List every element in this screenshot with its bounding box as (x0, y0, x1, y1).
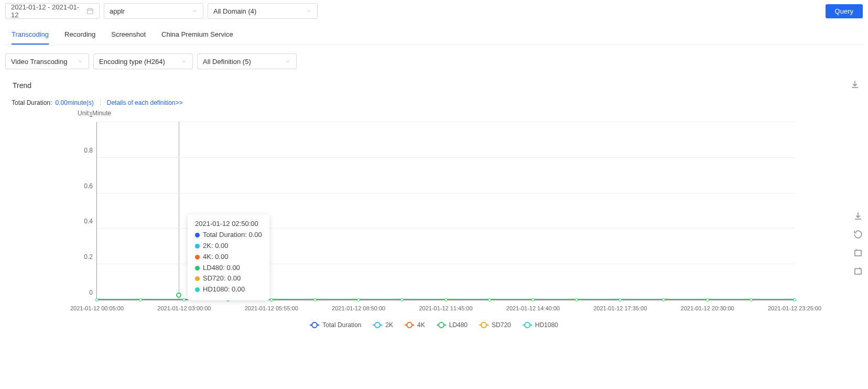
calendar-icon (86, 7, 94, 15)
tooltip-item-label: 2K: 0.00 (203, 241, 228, 252)
series-point (488, 298, 491, 301)
x-tick-label: 2021-01-12 03:00:00 (157, 305, 211, 311)
details-link[interactable]: Details of each definition>> (107, 99, 183, 106)
gridline (97, 157, 795, 158)
tab-transcoding[interactable]: Transcoding (12, 25, 49, 45)
total-duration-label: Total Duration: (12, 99, 52, 106)
tooltip-item: Total Duration: 0.00 (195, 230, 262, 241)
tooltip-item-label: HD1080: 0.00 (203, 284, 245, 295)
series-point (662, 298, 665, 301)
y-tick-label: 1 (75, 111, 93, 118)
gridline (97, 122, 795, 122)
tooltip-item: 2K: 0.00 (195, 241, 262, 252)
tooltip-item: LD480: 0.00 (195, 263, 262, 274)
tooltip-time: 2021-01-12 02:50:00 (195, 220, 262, 228)
divider (100, 99, 101, 106)
legend-marker-icon (310, 323, 319, 327)
series-point (400, 298, 404, 301)
rect-1-icon[interactable] (853, 248, 863, 259)
chevron-down-icon (77, 58, 83, 64)
x-tick-label: 2021-01-12 17:35:00 (593, 305, 647, 311)
chart-tooltip: 2021-01-12 02:50:00 Total Duration: 0.00… (188, 214, 269, 300)
date-range-picker[interactable]: 2021-01-12 - 2021-01-12 (5, 3, 100, 19)
color-dot-icon (195, 276, 200, 281)
series-point (575, 298, 578, 301)
chevron-down-icon (191, 8, 198, 14)
refresh-icon[interactable] (853, 230, 863, 241)
legend-marker-icon (479, 323, 489, 327)
total-duration-value: 0.00minute(s) (55, 99, 93, 106)
chart-toolbar (853, 211, 863, 277)
legend-marker-icon (523, 323, 532, 327)
encoding-type-value: Encoding type (H264) (99, 58, 165, 66)
svg-rect-0 (88, 9, 93, 14)
legend-item[interactable]: 2K (373, 321, 393, 329)
chevron-down-icon (285, 58, 291, 64)
domain-select-value: All Domain (4) (213, 7, 256, 15)
color-dot-icon (195, 233, 200, 237)
series-point (95, 298, 99, 301)
svg-rect-8 (855, 269, 861, 275)
legend-label: 4K (417, 321, 425, 329)
legend-label: SD720 (492, 321, 511, 329)
chevron-down-icon (181, 58, 187, 64)
chart-area[interactable]: 2021-01-12 02:50:00 Total Duration: 0.00… (73, 112, 795, 311)
gridline (97, 193, 795, 193)
legend-item[interactable]: Total Duration (310, 321, 361, 329)
series-point (357, 298, 360, 301)
trend-title: Trend (8, 81, 31, 90)
chart-legend: Total Duration2K4KLD480SD720HD1080 (5, 321, 863, 329)
tooltip-item-label: LD480: 0.00 (203, 263, 240, 274)
series-point (750, 298, 753, 301)
series-point (619, 298, 622, 301)
tooltip-item: 4K: 0.00 (195, 252, 262, 263)
legend-item[interactable]: SD720 (479, 321, 511, 329)
chart-cursor-line (179, 122, 179, 300)
tooltip-item: SD720: 0.00 (195, 273, 262, 284)
tab-screenshot[interactable]: Screenshot (111, 25, 146, 45)
date-range-value: 2021-01-12 - 2021-01-12 (11, 3, 86, 19)
all-definition-select[interactable]: All Definition (5) (197, 53, 297, 69)
all-definition-value: All Definition (5) (203, 58, 251, 66)
tabs: TranscodingRecordingScreenshotChina Prem… (5, 25, 863, 45)
tab-china-premium-service[interactable]: China Premium Service (161, 25, 233, 45)
legend-marker-icon (373, 323, 382, 327)
series-point (444, 298, 448, 301)
encoding-type-select[interactable]: Encoding type (H264) (93, 53, 193, 69)
tab-recording[interactable]: Recording (64, 25, 95, 45)
tooltip-item-label: 4K: 0.00 (203, 252, 228, 263)
legend-item[interactable]: HD1080 (523, 321, 558, 329)
x-tick-label: 2021-01-12 08:50:00 (332, 305, 385, 311)
y-tick-label: 0.6 (75, 182, 93, 190)
save-image-icon[interactable] (853, 211, 863, 222)
tooltip-item-label: SD720: 0.00 (203, 273, 241, 284)
app-select[interactable]: applr (104, 3, 203, 19)
x-tick-label: 2021-01-12 00:05:00 (70, 305, 124, 311)
x-tick-label: 2021-01-12 20:30:00 (681, 305, 734, 311)
query-button[interactable]: Query (826, 4, 863, 18)
x-tick-label: 2021-01-12 23:25:00 (768, 305, 821, 311)
color-dot-icon (195, 287, 200, 292)
domain-select[interactable]: All Domain (4) (208, 3, 318, 19)
legend-item[interactable]: 4K (405, 321, 425, 329)
legend-marker-icon (437, 323, 446, 327)
x-tick-label: 2021-01-12 14:40:00 (506, 305, 560, 311)
series-point (270, 298, 273, 301)
y-tick-label: 0.2 (75, 253, 93, 261)
legend-label: 2K (385, 321, 393, 329)
x-tick-label: 2021-01-12 11:45:00 (419, 305, 472, 311)
x-tick-label: 2021-01-12 05:55:00 (245, 305, 298, 311)
y-tick-label: 0.8 (75, 147, 93, 154)
series-point (706, 298, 709, 301)
tooltip-item: HD1080: 0.00 (195, 284, 262, 295)
series-point (182, 298, 186, 301)
legend-label: LD480 (449, 321, 468, 329)
legend-item[interactable]: LD480 (437, 321, 468, 329)
app-select-value: applr (110, 7, 125, 15)
video-transcoding-select[interactable]: Video Transcoding (5, 53, 89, 69)
download-icon[interactable] (850, 80, 860, 91)
chart-highlight-point (176, 293, 181, 298)
color-dot-icon (195, 244, 200, 248)
rect-2-icon[interactable] (853, 266, 863, 277)
legend-marker-icon (405, 323, 414, 327)
